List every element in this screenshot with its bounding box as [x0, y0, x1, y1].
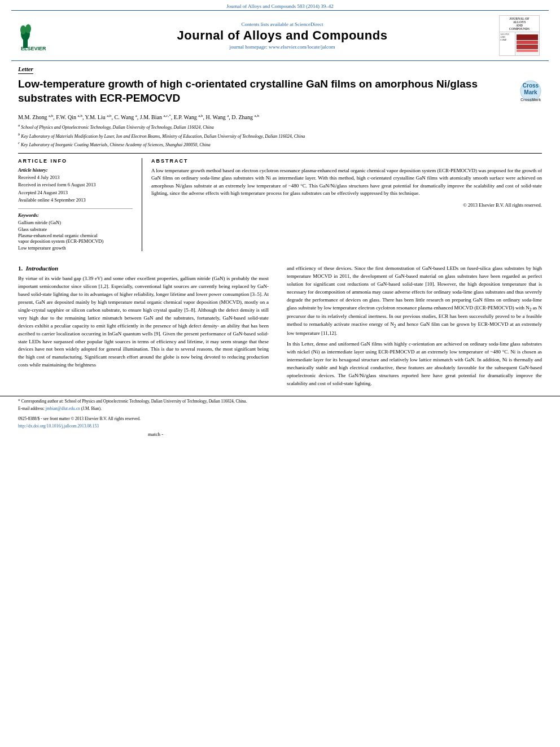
- abstract-title: ABSTRACT: [151, 158, 542, 164]
- keyword-3: Plasma-enhanced metal organic chemicalva…: [18, 233, 133, 244]
- article-title-text: Low-temperature growth of high c-orienta…: [18, 77, 514, 105]
- article-history-title: Article history:: [18, 167, 133, 173]
- article-info-panel: ARTICLE INFO Article history: Received 4…: [18, 158, 142, 251]
- keyword-1: Gallium nitride (GaN): [18, 220, 133, 225]
- section1-title: 1. Introduction: [18, 265, 269, 272]
- affiliation-c: c Key Laboratory of Inorganic Coating Ma…: [18, 140, 542, 148]
- svg-point-3: [25, 24, 31, 33]
- abstract-text: A low temperature growth method based on…: [151, 167, 542, 198]
- journal-url: journal homepage: www.elsevier.com/locat…: [65, 44, 499, 50]
- keyword-4: Low temperature growth: [18, 245, 133, 251]
- section1-right-text1: and efficiency of these devices. Since t…: [287, 265, 542, 337]
- received-date: Received 4 July 2013: [18, 174, 133, 181]
- doi-link[interactable]: http://dx.doi.org/10.1016/j.jallcom.2013…: [18, 423, 99, 429]
- svg-text:Mark: Mark: [524, 89, 537, 95]
- email-label: E-mail address:: [18, 406, 45, 411]
- section1-number: 1.: [18, 265, 23, 272]
- doi-text: 0925-8388/$ - see front matter © 2013 El…: [18, 416, 141, 421]
- right-column: and efficiency of these devices. Since t…: [278, 265, 542, 391]
- corresponding-note: * Corresponding author at: School of Phy…: [18, 399, 542, 405]
- journal-title: Journal of Alloys and Compounds: [65, 28, 499, 43]
- elsevier-logo: ELSEVIER: [20, 20, 65, 52]
- affiliation-a: a School of Physics and Optoelectronic T…: [18, 123, 542, 131]
- email-address[interactable]: jmbian@dlut.edu.cn: [46, 406, 80, 411]
- match-text: match -: [148, 431, 163, 437]
- article-body: Letter Low-temperature growth of high c-…: [0, 61, 560, 258]
- svg-point-2: [20, 25, 26, 34]
- crossmark-logo[interactable]: Cross Mark CrossMark: [519, 80, 542, 109]
- journal-thumbnail: JOURNAL OFALLOYSANDCOMPOUNDS ALLOYSANDCO…: [499, 15, 540, 56]
- accepted-date: Accepted 24 August 2013: [18, 190, 133, 196]
- abstract-copyright: © 2013 Elsevier B.V. All rights reserved…: [151, 202, 542, 208]
- main-content: 1. Introduction By virtue of its wide ba…: [0, 265, 560, 391]
- contents-available-line: Contents lists available at ScienceDirec…: [65, 21, 499, 27]
- article-title-row: Low-temperature growth of high c-orienta…: [18, 77, 542, 109]
- sciencedirect-link[interactable]: ScienceDirect: [295, 21, 323, 27]
- svg-text:Cross: Cross: [523, 82, 539, 89]
- doi-link-line: http://dx.doi.org/10.1016/j.jallcom.2013…: [18, 423, 542, 430]
- keywords-title: Keywords:: [18, 212, 133, 218]
- svg-text:CrossMark: CrossMark: [520, 98, 541, 102]
- left-column: 1. Introduction By virtue of its wide ba…: [18, 265, 278, 391]
- footer: * Corresponding author at: School of Phy…: [0, 396, 560, 444]
- affiliations: a School of Physics and Optoelectronic T…: [18, 123, 542, 148]
- affiliation-b: b Key Laboratory of Materials Modificati…: [18, 132, 542, 140]
- svg-text:ELSEVIER: ELSEVIER: [21, 46, 46, 51]
- journal-thumb-title: JOURNAL OFALLOYSANDCOMPOUNDS: [500, 16, 539, 32]
- journal-header-center: Contents lists available at ScienceDirec…: [65, 21, 499, 50]
- info-divider: [18, 208, 133, 209]
- journal-header: ELSEVIER Contents lists available at Sci…: [11, 10, 549, 61]
- keyword-2: Glass substrate: [18, 226, 133, 232]
- journal-citation-bar: Journal of Alloys and Compounds 583 (201…: [0, 0, 560, 10]
- journal-citation: Journal of Alloys and Compounds 583 (201…: [226, 3, 334, 9]
- authors-line: M.M. Zhong a,b, F.W. Qin a,b, Y.M. Liu a…: [18, 113, 542, 120]
- available-date: Available online 4 September 2013: [18, 197, 133, 204]
- revised-date: Received in revised form 6 August 2013: [18, 182, 133, 189]
- info-abstract-section: ARTICLE INFO Article history: Received 4…: [18, 153, 542, 251]
- page: Journal of Alloys and Compounds 583 (201…: [0, 0, 560, 747]
- abstract-panel: ABSTRACT A low temperature growth method…: [142, 158, 542, 251]
- doi-note: 0925-8388/$ - see front matter © 2013 El…: [18, 416, 542, 422]
- journal-thumb-bars: [515, 32, 539, 55]
- match-area: match -: [18, 430, 542, 442]
- article-info-title: ARTICLE INFO: [18, 158, 133, 164]
- section1-label: Introduction: [26, 265, 58, 272]
- section1-left-text: By virtue of its wide band gap (3.39 eV)…: [18, 275, 269, 369]
- email-note: E-mail address: jmbian@dlut.edu.cn (J.M.…: [18, 406, 542, 412]
- section1-right-text2: In this Letter, dense and uniformed GaN …: [287, 340, 542, 388]
- article-type: Letter: [18, 65, 33, 74]
- email-suffix: (J.M. Bian).: [81, 406, 102, 411]
- journal-thumb-text: ALLOYSANDCOMP.: [500, 32, 515, 55]
